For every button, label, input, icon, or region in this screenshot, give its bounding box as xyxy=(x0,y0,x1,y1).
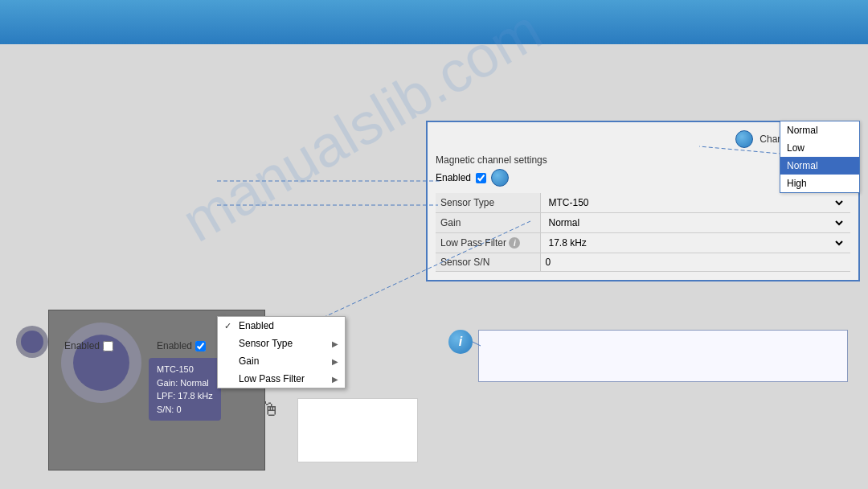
sn-input[interactable] xyxy=(546,257,786,268)
enabled-text-1: Enabled xyxy=(64,340,100,351)
settings-enabled-checkbox[interactable] xyxy=(476,173,486,183)
context-menu-lpf-label: Low Pass Filter xyxy=(239,373,305,384)
tooltip-line1: MTC-150 xyxy=(157,363,213,376)
info-text-box xyxy=(478,330,848,382)
sensor-tooltip: MTC-150 Gain: Normal LPF: 17.8 kHz S/N: … xyxy=(149,358,221,421)
context-menu-gain[interactable]: Gain ▶ xyxy=(218,352,345,370)
info-icon-large: i xyxy=(448,330,473,354)
lpf-cell: 6.3 kHz 17.8 kHz 50 kHz xyxy=(540,233,850,253)
dropdown-item-normal-1[interactable]: Normal xyxy=(780,121,859,139)
sensor-type-cell: MTC-150 MTC-50H xyxy=(540,193,850,213)
tooltip-line2: Gain: Normal xyxy=(157,376,213,390)
context-menu-enabled-check: ✓ xyxy=(224,321,234,331)
settings-enabled-indicator xyxy=(491,169,509,187)
dropdown-item-high[interactable]: High xyxy=(780,175,859,192)
mouse-icon: 🖱 xyxy=(261,398,280,421)
lpf-label: Low Pass Filter i xyxy=(436,233,540,253)
settings-table: Sensor Type MTC-150 MTC-50H Gain Low Nor… xyxy=(436,193,850,272)
context-menu: ✓ Enabled Sensor Type ▶ Gain ▶ Low Pass … xyxy=(217,316,346,388)
context-menu-lpf-arrow: ▶ xyxy=(332,375,338,384)
sn-row: Sensor S/N xyxy=(436,253,850,272)
context-menu-enabled[interactable]: ✓ Enabled xyxy=(218,317,345,335)
channel-indicator xyxy=(735,130,753,148)
tooltip-line3: LPF: 17.8 kHz xyxy=(157,389,213,403)
context-menu-sensor-type-label: Sensor Type xyxy=(239,338,293,349)
context-menu-lpf[interactable]: Low Pass Filter ▶ xyxy=(218,370,345,388)
gain-cell: Low Normal High xyxy=(540,213,850,233)
enabled-label-2: Enabled xyxy=(157,340,206,351)
sensor-type-select[interactable]: MTC-150 MTC-50H xyxy=(546,196,846,209)
gain-select[interactable]: Low Normal High xyxy=(546,216,846,229)
gain-row: Gain Low Normal High xyxy=(436,213,850,233)
lpf-info-icon: i xyxy=(509,237,520,249)
context-menu-sensor-type-arrow: ▶ xyxy=(332,339,338,348)
lpf-label-text: Low Pass Filter xyxy=(440,237,506,249)
enabled-checkbox-1[interactable] xyxy=(103,341,113,351)
dropdown-item-low[interactable]: Low xyxy=(780,139,859,157)
sensor-circle-outer xyxy=(61,323,141,403)
context-menu-gain-label: Gain xyxy=(239,355,259,367)
context-menu-enabled-label: Enabled xyxy=(239,320,274,331)
enabled-checkbox-2[interactable] xyxy=(195,341,206,351)
gain-dropdown-list: Normal Low Normal High xyxy=(780,121,860,193)
main-content: manualslib.com Channel H2 H1 H3 Magnetic… xyxy=(0,44,868,489)
lpf-select[interactable]: 6.3 kHz 17.8 kHz 50 kHz xyxy=(546,236,846,249)
sensor-small-circle-inner xyxy=(21,331,43,353)
settings-enabled-label: Enabled xyxy=(436,172,471,183)
enabled-label-1: Enabled xyxy=(64,340,113,351)
lpf-row: Low Pass Filter i 6.3 kHz 17.8 kHz 50 kH… xyxy=(436,233,850,253)
sn-label: Sensor S/N xyxy=(436,253,540,272)
sensor-type-label: Sensor Type xyxy=(436,193,540,213)
sensor-type-row: Sensor Type MTC-150 MTC-50H xyxy=(436,193,850,213)
top-bar xyxy=(0,0,868,44)
context-menu-sensor-type[interactable]: Sensor Type ▶ xyxy=(218,335,345,352)
dropdown-item-normal-2[interactable]: Normal xyxy=(780,157,859,175)
sensor-small-circle xyxy=(16,326,48,358)
sn-cell xyxy=(540,253,850,272)
context-menu-gain-arrow: ▶ xyxy=(332,357,338,366)
enabled-text-2: Enabled xyxy=(157,340,192,351)
info-popup-box xyxy=(297,398,418,462)
gain-label: Gain xyxy=(436,213,540,233)
tooltip-line4: S/N: 0 xyxy=(157,403,213,417)
